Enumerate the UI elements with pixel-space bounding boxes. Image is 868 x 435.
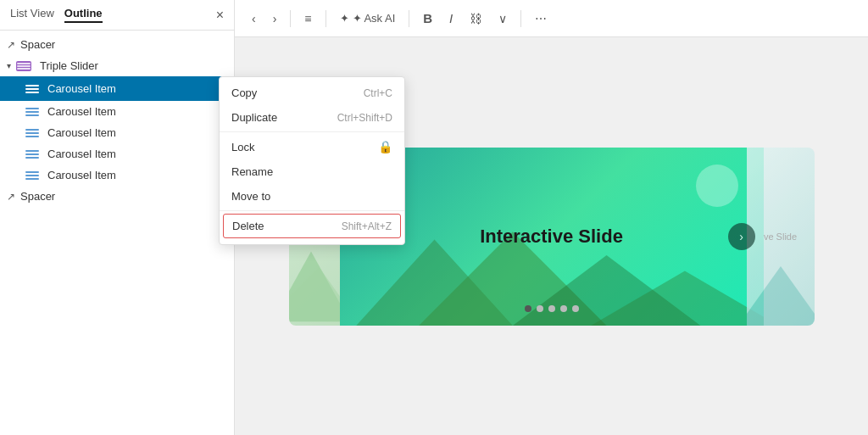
more-button[interactable]: ⋯ [528,8,554,29]
tab-outline[interactable]: Outline [64,7,103,23]
tree-item-carousel-2[interactable]: Carousel Item [0,101,234,122]
menu-separator-1 [220,131,404,132]
spacer1-label: Spacer [20,38,227,51]
link-button[interactable]: ⛓ [463,8,488,29]
forward-icon: › [273,12,277,25]
link-icon: ⛓ [470,12,481,25]
copy-label: Copy [231,86,257,99]
sparkle-icon: ✦ [340,12,349,25]
carousel-icon-1 [25,85,39,93]
slide-right-text: ve Slide [764,231,797,242]
back-icon: ‹ [252,12,256,25]
carousel-4-label: Carousel Item [47,148,227,160]
context-rename[interactable]: Rename [220,159,404,184]
move-to-label: Move to [231,190,270,203]
svg-rect-3 [17,68,31,70]
context-menu: Copy Ctrl+C Duplicate Ctrl+Shift+D Lock … [219,76,405,245]
dot-4[interactable] [560,305,567,312]
ask-ai-button[interactable]: ✦ ✦ Ask AI [333,8,403,28]
menu-separator-2 [220,210,404,211]
dot-5[interactable] [572,305,579,312]
spacer-icon: ↗ [7,39,15,51]
left-panel: List View Outline × ↗ Spacer ▾ Tripl [0,0,235,435]
spacer-icon-2: ↗ [7,191,15,203]
tree-item-spacer2[interactable]: ↗ Spacer [0,186,234,207]
lock-label: Lock [231,141,254,153]
align-button[interactable]: ≡ [298,8,318,29]
dot-1[interactable] [525,305,531,312]
tab-list-view[interactable]: List View [10,7,54,23]
forward-button[interactable]: › [266,8,284,29]
slider-icon [16,61,31,71]
back-button[interactable]: ‹ [245,8,263,29]
duplicate-label: Duplicate [231,111,277,124]
dot-3[interactable] [548,305,555,312]
carousel-dots [525,305,579,312]
toolbar-divider-2 [326,10,326,27]
triple-slider-label: Triple Slider [40,59,227,72]
context-move-to[interactable]: Move to [220,184,404,209]
tree-item-spacer1[interactable]: ↗ Spacer [0,34,234,55]
close-button[interactable]: × [216,8,224,23]
context-lock[interactable]: Lock 🔒 [220,134,404,159]
slide-right: ve Slide › [747,148,815,326]
circle-decoration [696,165,738,207]
carousel-3-label: Carousel Item [47,126,227,139]
copy-shortcut: Ctrl+C [364,87,392,99]
carousel-1-label: Carousel Item [47,82,209,95]
carousel-2-label: Carousel Item [47,105,227,118]
toolbar: ‹ › ≡ ✦ ✦ Ask AI B I ⛓ ∨ ⋯ [235,0,868,37]
context-copy[interactable]: Copy Ctrl+C [220,81,404,105]
nav-next-button[interactable]: › [728,223,755,250]
more-icon: ⋯ [535,12,547,25]
svg-rect-1 [17,63,31,64]
italic-icon: I [449,11,453,25]
panel-header: List View Outline × [0,0,234,31]
bold-icon: B [423,11,432,25]
toolbar-divider-1 [290,10,291,27]
context-duplicate[interactable]: Duplicate Ctrl+Shift+D [220,105,404,130]
delete-shortcut: Shift+Alt+Z [342,220,392,232]
context-delete[interactable]: Delete Shift+Alt+Z [223,214,401,238]
svg-marker-10 [747,266,815,326]
toolbar-divider-4 [520,10,521,27]
carousel-icon-4 [25,150,39,159]
right-mountain-svg [747,258,815,326]
duplicate-shortcut: Ctrl+Shift+D [337,112,392,124]
italic-button[interactable]: I [442,8,459,29]
slide-title: Interactive Slide [480,226,623,248]
tree-item-carousel-3[interactable]: Carousel Item [0,122,234,143]
carousel-icon-5 [25,171,39,180]
panel-tabs: List View Outline [10,7,103,23]
carousel-icon-2 [25,108,39,116]
carousel-icon-3 [25,129,39,137]
chevron-icon: ▾ [7,61,11,70]
tree-item-carousel-4[interactable]: Carousel Item [0,143,234,165]
align-icon: ≡ [304,12,311,25]
tree-item-carousel-1[interactable]: Carousel Item ⋮ [0,76,234,101]
spacer2-label: Spacer [20,190,227,203]
bold-button[interactable]: B [416,8,439,29]
delete-label: Delete [232,220,264,232]
svg-rect-2 [17,65,31,67]
tree-list: ↗ Spacer ▾ Triple Slider [0,31,234,435]
tree-item-carousel-5[interactable]: Carousel Item [0,165,234,186]
toolbar-divider-3 [409,10,409,27]
rename-label: Rename [231,165,273,178]
ask-ai-label: ✦ Ask AI [353,12,396,25]
tree-item-triple-slider[interactable]: ▾ Triple Slider [0,55,234,76]
dot-2[interactable] [537,305,543,312]
lock-icon: 🔒 [378,140,392,153]
chevron-down-icon: ∨ [498,12,507,25]
carousel-5-label: Carousel Item [47,169,227,181]
chevron-button[interactable]: ∨ [492,8,514,29]
